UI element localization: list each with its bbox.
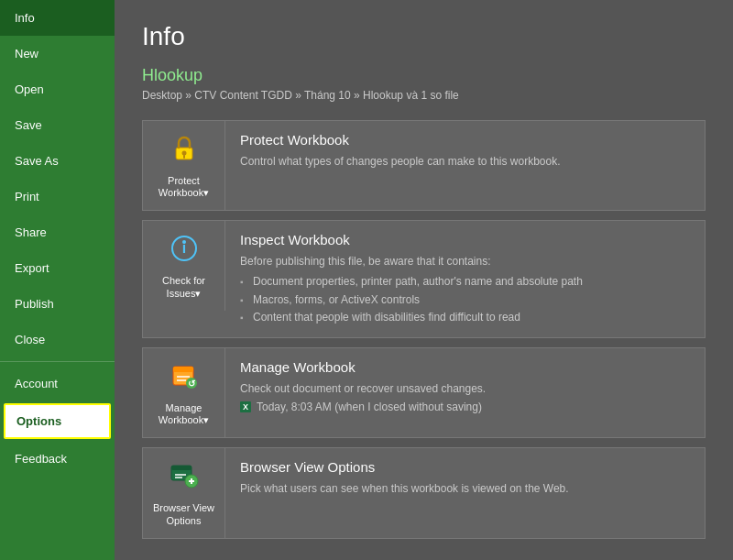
manage-workbook-content: Manage Workbook Check out document or re… <box>225 348 705 424</box>
browser-view-options-card: Browser ViewOptions Browser View Options… <box>142 447 706 538</box>
sidebar-item-options[interactable]: Options <box>4 403 111 439</box>
svg-point-5 <box>182 240 186 244</box>
browser-view-icon <box>168 459 201 499</box>
list-item: Document properties, printer path, autho… <box>240 273 690 291</box>
sidebar-item-close[interactable]: Close <box>0 322 115 357</box>
manage-workbook-button[interactable]: ↺ ManageWorkbook▾ <box>143 348 225 437</box>
svg-text:↺: ↺ <box>188 379 196 389</box>
sidebar-item-print[interactable]: Print <box>0 179 115 214</box>
inspect-workbook-title: Inspect Workbook <box>240 232 690 247</box>
manage-workbook-card: ↺ ManageWorkbook▾ Manage Workbook Check … <box>142 347 706 438</box>
protect-workbook-content: Protect Workbook Control what types of c… <box>225 121 705 181</box>
svg-rect-13 <box>171 466 191 470</box>
manage-workbook-item[interactable]: X Today, 8:03 AM (when I closed without … <box>240 401 690 413</box>
breadcrumb: Desktop » CTV Content TGDD » Tháng 10 » … <box>142 89 706 102</box>
sidebar-item-new[interactable]: New <box>0 36 115 71</box>
sidebar-item-info[interactable]: Info <box>0 0 115 36</box>
main-content: Info Hlookup Desktop » CTV Content TGDD … <box>115 0 733 560</box>
inspect-workbook-list: Document properties, printer path, autho… <box>240 273 690 326</box>
check-for-issues-button[interactable]: i Check forIssues▾ <box>143 221 225 310</box>
sidebar-item-account[interactable]: Account <box>0 366 115 401</box>
excel-icon: X <box>240 401 251 412</box>
page-title: Info <box>142 22 706 51</box>
manage-workbook-icon-label: ManageWorkbook▾ <box>159 402 209 426</box>
protect-workbook-icon-label: ProtectWorkbook▾ <box>159 175 209 199</box>
manage-workbook-desc: Check out document or recover unsaved ch… <box>240 380 690 397</box>
sidebar-item-open[interactable]: Open <box>0 71 115 107</box>
sidebar: Info New Open Save Save As Print Share E… <box>0 0 115 560</box>
browser-view-icon-label: Browser ViewOptions <box>153 502 214 526</box>
list-item: Content that people with disabilities fi… <box>240 309 690 326</box>
protect-workbook-title: Protect Workbook <box>240 132 690 148</box>
sidebar-item-share[interactable]: Share <box>0 214 115 250</box>
browser-view-options-desc: Pick what users can see when this workbo… <box>240 480 690 497</box>
sidebar-item-feedback[interactable]: Feedback <box>0 441 115 477</box>
protect-workbook-desc: Control what types of changes people can… <box>240 153 690 170</box>
inspect-workbook-card: i Check forIssues▾ Inspect Workbook Befo… <box>142 220 706 338</box>
inspect-workbook-desc: Before publishing this file, be aware th… <box>240 253 690 269</box>
check-issues-icon-label: Check forIssues▾ <box>162 275 205 299</box>
browser-view-options-title: Browser View Options <box>240 459 690 475</box>
sidebar-item-save[interactable]: Save <box>0 107 115 143</box>
manage-workbook-title: Manage Workbook <box>240 359 690 375</box>
manage-workbook-timestamp: Today, 8:03 AM (when I closed without sa… <box>257 401 482 413</box>
check-issues-icon: i <box>168 232 201 271</box>
sidebar-item-export[interactable]: Export <box>0 250 115 286</box>
browser-view-options-content: Browser View Options Pick what users can… <box>225 448 705 508</box>
browser-view-options-button[interactable]: Browser ViewOptions <box>143 448 225 537</box>
manage-workbook-icon: ↺ <box>168 359 201 399</box>
file-name: Hlookup <box>142 66 706 85</box>
protect-workbook-button[interactable]: ProtectWorkbook▾ <box>143 121 225 210</box>
lock-icon <box>168 132 201 171</box>
sidebar-item-save-as[interactable]: Save As <box>0 143 115 179</box>
protect-workbook-card: ProtectWorkbook▾ Protect Workbook Contro… <box>142 120 706 211</box>
inspect-workbook-content: Inspect Workbook Before publishing this … <box>225 221 705 337</box>
sidebar-item-publish[interactable]: Publish <box>0 286 115 322</box>
list-item: Macros, forms, or ActiveX controls <box>240 291 690 309</box>
svg-rect-7 <box>173 367 193 372</box>
